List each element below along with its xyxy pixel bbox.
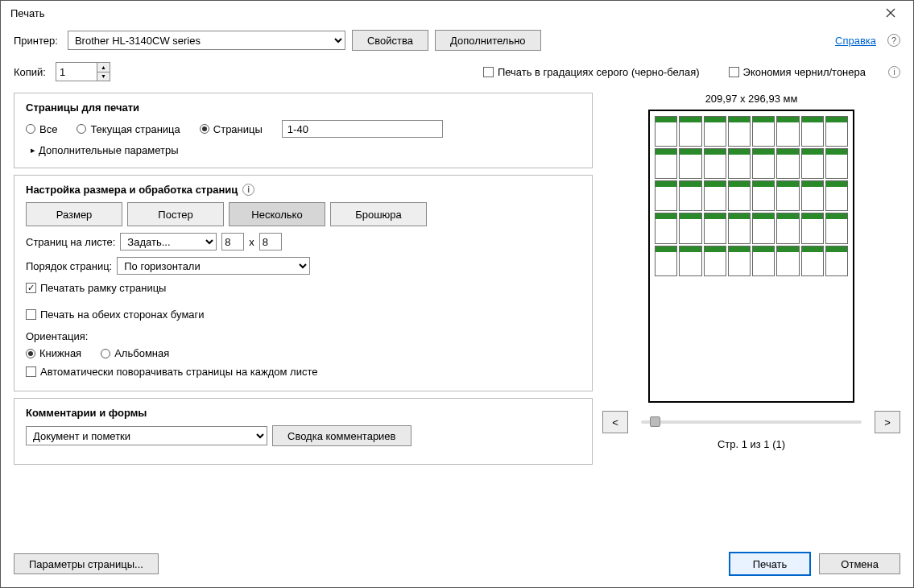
window-title: Печать bbox=[7, 7, 875, 19]
page-thumbnail bbox=[825, 148, 848, 179]
page-thumbnail bbox=[679, 148, 701, 179]
thumbnail-grid bbox=[655, 116, 848, 276]
page-setup-button[interactable]: Параметры страницы... bbox=[14, 553, 159, 574]
page-thumbnail bbox=[728, 148, 751, 179]
close-icon bbox=[886, 8, 895, 18]
page-thumbnail bbox=[776, 213, 799, 243]
ink-save-label: Экономия чернил/тонера bbox=[743, 66, 866, 78]
pages-panel-title: Страницы для печати bbox=[26, 101, 581, 114]
page-indicator: Стр. 1 из 1 (1) bbox=[602, 438, 900, 450]
autorotate-label: Автоматически поворачивать страницы на к… bbox=[40, 366, 317, 378]
grayscale-checkbox[interactable]: Печать в градациях серого (черно-белая) bbox=[483, 66, 700, 78]
size-panel-title: Настройка размера и обработка страниц i bbox=[26, 184, 581, 196]
radio-landscape[interactable]: Альбомная bbox=[101, 347, 169, 359]
slider-thumb[interactable] bbox=[650, 416, 660, 427]
page-order-label: Порядок страниц: bbox=[26, 260, 112, 272]
more-options-toggle[interactable]: Дополнительные параметры bbox=[31, 144, 581, 156]
print-frame-label: Печатать рамку страницы bbox=[40, 282, 166, 294]
page-thumbnail bbox=[752, 180, 775, 211]
printer-label: Принтер: bbox=[14, 35, 58, 47]
zoom-slider[interactable] bbox=[641, 420, 862, 424]
page-thumbnail bbox=[752, 116, 775, 147]
radio-all[interactable]: Все bbox=[26, 123, 57, 135]
help-link[interactable]: Справка bbox=[835, 35, 876, 47]
help-icon[interactable]: ? bbox=[887, 34, 900, 47]
size-info-icon[interactable]: i bbox=[242, 184, 254, 196]
page-thumbnail bbox=[801, 180, 824, 211]
page-thumbnail bbox=[704, 213, 726, 243]
grayscale-label: Печать в градациях серого (черно-белая) bbox=[498, 66, 700, 78]
close-button[interactable] bbox=[875, 1, 907, 25]
page-thumbnail bbox=[825, 180, 848, 211]
radio-current-page[interactable]: Текущая страница bbox=[77, 123, 180, 135]
page-thumbnail bbox=[776, 148, 799, 179]
pages-range-input[interactable] bbox=[282, 120, 443, 138]
print-frame-checkbox[interactable]: Печатать рамку страницы bbox=[26, 282, 166, 294]
page-thumbnail bbox=[752, 148, 775, 179]
page-thumbnail bbox=[728, 213, 751, 243]
print-button[interactable]: Печать bbox=[729, 552, 812, 576]
radio-portrait[interactable]: Книжная bbox=[26, 347, 81, 359]
page-thumbnail bbox=[801, 213, 824, 243]
comments-panel-title: Комментарии и формы bbox=[26, 407, 581, 419]
page-thumbnail bbox=[776, 116, 799, 147]
tab-booklet[interactable]: Брошюра bbox=[330, 202, 427, 226]
orientation-label: Ориентация: bbox=[26, 330, 581, 342]
page-thumbnail bbox=[679, 213, 701, 243]
copies-label: Копий: bbox=[14, 66, 46, 78]
info-icon[interactable]: i bbox=[888, 66, 900, 78]
print-dialog: Печать Принтер: Brother HL-3140CW series… bbox=[0, 0, 914, 588]
copies-down-button[interactable]: ▼ bbox=[97, 72, 110, 81]
page-thumbnail bbox=[655, 148, 677, 179]
page-thumbnail bbox=[655, 180, 677, 211]
tab-size[interactable]: Размер bbox=[26, 202, 122, 226]
page-thumbnail bbox=[655, 116, 677, 147]
page-thumbnail bbox=[728, 246, 751, 276]
page-thumbnail bbox=[752, 213, 775, 243]
page-thumbnail bbox=[704, 180, 726, 211]
titlebar: Печать bbox=[1, 1, 913, 25]
copies-row: Копий: ▲ ▼ Печать в градациях серого (че… bbox=[14, 62, 900, 81]
page-thumbnail bbox=[825, 246, 848, 276]
properties-button[interactable]: Свойства bbox=[352, 30, 428, 51]
page-thumbnail bbox=[752, 246, 775, 276]
duplex-checkbox[interactable]: Печать на обеих сторонах бумаги bbox=[26, 308, 205, 321]
page-thumbnail bbox=[825, 116, 848, 147]
tab-multiple[interactable]: Несколько bbox=[229, 202, 325, 226]
page-thumbnail bbox=[679, 180, 701, 211]
summarize-comments-button[interactable]: Сводка комментариев bbox=[272, 425, 412, 446]
autorotate-checkbox[interactable]: Автоматически поворачивать страницы на к… bbox=[26, 366, 317, 378]
preview-sheet bbox=[648, 110, 854, 403]
page-thumbnail bbox=[679, 246, 701, 276]
cancel-button[interactable]: Отмена bbox=[819, 553, 900, 574]
copies-up-button[interactable]: ▲ bbox=[97, 63, 110, 72]
printer-row: Принтер: Brother HL-3140CW series Свойст… bbox=[14, 30, 900, 51]
page-thumbnail bbox=[655, 213, 677, 243]
preview-pane: 209,97 x 296,93 мм < > Стр. 1 из 1 (1) bbox=[602, 93, 900, 534]
page-thumbnail bbox=[728, 116, 751, 147]
page-thumbnail bbox=[801, 116, 824, 147]
page-thumbnail bbox=[679, 116, 701, 147]
next-sheet-button[interactable]: > bbox=[875, 411, 900, 433]
advanced-button[interactable]: Дополнительно bbox=[435, 30, 541, 51]
tab-poster[interactable]: Постер bbox=[127, 202, 224, 226]
prev-sheet-button[interactable]: < bbox=[602, 411, 628, 433]
radio-pages[interactable]: Страницы bbox=[200, 123, 263, 135]
page-thumbnail bbox=[801, 246, 824, 276]
per-sheet-label: Страниц на листе: bbox=[26, 236, 115, 248]
copies-input[interactable] bbox=[56, 63, 97, 81]
per-sheet-cols-input[interactable] bbox=[221, 233, 244, 251]
comments-select[interactable]: Документ и пометки bbox=[26, 426, 267, 445]
page-order-select[interactable]: По горизонтали bbox=[117, 257, 310, 275]
page-handling-panel: Настройка размера и обработка страниц i … bbox=[14, 175, 593, 391]
page-thumbnail bbox=[825, 213, 848, 243]
per-sheet-mode-select[interactable]: Задать... bbox=[120, 233, 217, 251]
ink-save-checkbox[interactable]: Экономия чернил/тонера bbox=[729, 66, 866, 78]
page-thumbnail bbox=[655, 246, 677, 276]
page-thumbnail bbox=[704, 148, 726, 179]
footer: Параметры страницы... Печать Отмена bbox=[1, 544, 913, 587]
per-sheet-rows-input[interactable] bbox=[259, 233, 282, 251]
printer-select[interactable]: Brother HL-3140CW series bbox=[68, 31, 345, 50]
page-thumbnail bbox=[801, 148, 824, 179]
page-thumbnail bbox=[704, 246, 726, 276]
